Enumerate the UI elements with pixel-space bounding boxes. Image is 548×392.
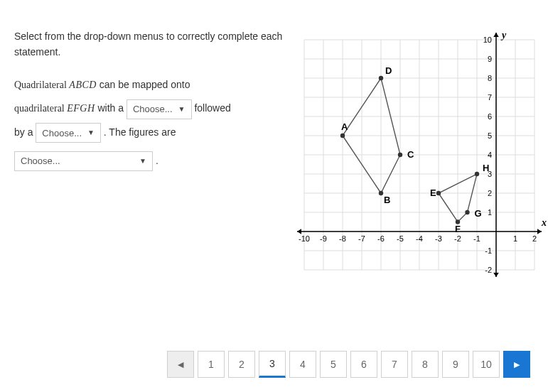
text: followed: [194, 102, 230, 114]
text: with a: [95, 102, 127, 114]
quad-abcd: ABCD: [69, 80, 97, 90]
svg-text:-3: -3: [435, 234, 442, 243]
page-button-1[interactable]: 1: [198, 351, 225, 378]
page-button-9[interactable]: 9: [442, 351, 469, 378]
svg-text:-6: -6: [377, 234, 385, 243]
next-button[interactable]: ▶: [503, 351, 530, 378]
page-button-10[interactable]: 10: [473, 351, 500, 378]
svg-text:8: 8: [488, 74, 492, 82]
svg-text:1: 1: [488, 208, 492, 217]
dropdown-label: Choose...: [42, 129, 82, 138]
svg-text:-1: -1: [473, 234, 480, 243]
svg-text:H: H: [483, 163, 489, 173]
svg-text:G: G: [475, 208, 482, 219]
dropdown-label: Choose...: [133, 104, 173, 114]
svg-text:-1: -1: [485, 246, 492, 255]
text: can be mapped onto: [97, 79, 190, 90]
page-button-6[interactable]: 6: [350, 351, 377, 378]
svg-point-62: [379, 76, 383, 80]
dropdown-transformation-1[interactable]: Choose... ▼: [127, 99, 192, 119]
svg-text:-2: -2: [485, 266, 492, 274]
page-button-5[interactable]: 5: [320, 351, 347, 378]
chevron-down-icon: ▼: [178, 106, 186, 113]
svg-text:-9: -9: [320, 234, 327, 243]
svg-text:1: 1: [513, 234, 517, 243]
svg-text:x: x: [541, 217, 547, 228]
page-button-3[interactable]: 3: [259, 351, 286, 378]
coordinate-graph: xy -10-9-8-7-6-5-4-3-2-112-2-11234567891…: [291, 28, 547, 284]
page-button-4[interactable]: 4: [289, 351, 316, 378]
svg-text:4: 4: [488, 151, 492, 159]
quad-efgh: EFGH: [67, 103, 95, 114]
svg-text:9: 9: [488, 55, 492, 63]
svg-text:-5: -5: [397, 234, 404, 243]
statement-line-1: Quadrilateral ABCD can be mapped onto: [14, 73, 284, 97]
page-button-8[interactable]: 8: [412, 351, 439, 378]
svg-point-66: [465, 210, 469, 214]
text: Quadrilateral: [14, 80, 69, 90]
svg-text:-2: -2: [454, 234, 461, 243]
svg-text:6: 6: [488, 112, 492, 121]
statement-line-4: Choose... ▼ .: [14, 149, 284, 173]
triangle-right-icon: ▶: [514, 360, 520, 369]
svg-text:-7: -7: [358, 234, 365, 243]
svg-text:E: E: [430, 187, 436, 198]
svg-point-67: [475, 172, 479, 176]
svg-text:B: B: [384, 195, 390, 205]
svg-text:2: 2: [488, 189, 492, 197]
triangle-left-icon: ◀: [178, 360, 183, 369]
page-button-2[interactable]: 2: [228, 351, 255, 378]
dropdown-transformation-2[interactable]: Choose... ▼: [36, 123, 101, 143]
statement-line-2: quadrilateral EFGH with a Choose... ▼ fo…: [14, 97, 284, 121]
pagination: ◀ 12345678910 ▶: [167, 351, 530, 378]
svg-marker-31: [493, 273, 499, 277]
chevron-down-icon: ▼: [139, 158, 146, 165]
svg-text:10: 10: [483, 36, 492, 44]
prev-button[interactable]: ◀: [167, 351, 194, 378]
svg-point-59: [340, 134, 345, 138]
svg-text:5: 5: [488, 131, 492, 140]
svg-text:2: 2: [532, 234, 537, 243]
question-panel: Select from the drop-down menus to corre…: [14, 28, 284, 284]
chevron-down-icon: ▼: [87, 129, 95, 136]
svg-text:A: A: [341, 121, 348, 132]
svg-text:F: F: [455, 224, 461, 234]
svg-text:-8: -8: [339, 234, 346, 243]
svg-marker-30: [493, 33, 499, 37]
text: . The figures are: [104, 126, 176, 138]
text: quadrilateral: [14, 103, 67, 114]
page-button-7[interactable]: 7: [381, 351, 408, 378]
svg-point-60: [379, 191, 383, 195]
svg-marker-28: [537, 229, 542, 234]
text: .: [156, 155, 159, 166]
statement-line-3: by a Choose... ▼ . The figures are: [14, 121, 284, 145]
svg-point-64: [436, 191, 441, 195]
svg-point-61: [398, 153, 402, 157]
svg-text:y: y: [500, 30, 507, 40]
svg-text:-4: -4: [416, 234, 423, 243]
svg-text:D: D: [385, 65, 392, 76]
graph-panel: xy -10-9-8-7-6-5-4-3-2-112-2-11234567891…: [291, 28, 547, 284]
question-intro: Select from the drop-down menus to corre…: [14, 28, 284, 60]
svg-text:7: 7: [488, 93, 492, 102]
svg-marker-29: [297, 229, 301, 234]
svg-text:C: C: [407, 149, 414, 160]
dropdown-label: Choose...: [21, 156, 60, 165]
dropdown-relationship[interactable]: Choose... ▼: [14, 151, 153, 171]
svg-text:-10: -10: [299, 234, 310, 243]
text: by a: [14, 126, 36, 138]
